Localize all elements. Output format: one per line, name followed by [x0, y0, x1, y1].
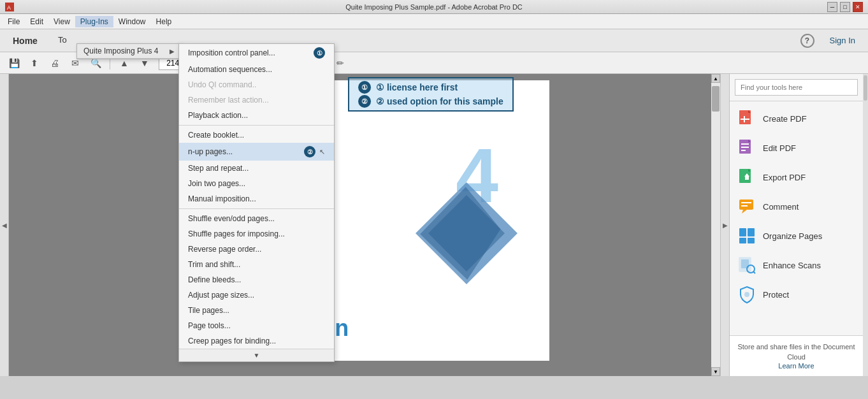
- menu-help[interactable]: Help: [151, 16, 177, 27]
- dropdown-shuffle-evenodd[interactable]: Shuffle even/odd pages...: [179, 211, 334, 226]
- automation-label: Automation sequences...: [188, 65, 272, 74]
- tool-export-pdf[interactable]: Export PDF: [730, 163, 863, 192]
- minimize-button[interactable]: ─: [827, 2, 837, 12]
- window-title: Quite Imposing Plus Sample.pdf - Adobe A…: [345, 3, 523, 11]
- right-panel-footer: Store and share files in the Document Cl…: [730, 335, 863, 376]
- undo-label: Undo QI command..: [188, 80, 256, 89]
- trim-shift-label: Trim and shift...: [188, 260, 240, 269]
- dropdown-scroll-down[interactable]: ▼: [179, 349, 334, 361]
- menu-edit[interactable]: Edit: [25, 16, 48, 27]
- dropdown-create-booklet[interactable]: Create booklet...: [179, 127, 334, 143]
- dropdown-define-bleeds[interactable]: Define bleeds...: [179, 272, 334, 287]
- create-pdf-icon: [737, 109, 756, 128]
- title-bar: A Quite Imposing Plus Sample.pdf - Adobe…: [0, 0, 868, 14]
- scroll-thumb[interactable]: [712, 86, 720, 112]
- menu-file[interactable]: File: [3, 16, 25, 27]
- tools-search-container: [730, 74, 863, 101]
- print-btn[interactable]: 🖨: [46, 55, 64, 71]
- close-button[interactable]: ✕: [853, 2, 863, 12]
- qi-menu-header[interactable]: Quite Imposing Plus 4 ▶: [77, 44, 181, 59]
- export-pdf-label: Export PDF: [763, 173, 806, 182]
- creep-pages-label: Creep pages for binding...: [188, 337, 276, 345]
- dropdown-trim-shift[interactable]: Trim and shift...: [179, 257, 334, 272]
- help-button[interactable]: ?: [800, 34, 814, 48]
- pdf-scrollbar: ▲ ▼: [711, 74, 720, 376]
- svg-rect-10: [741, 147, 749, 148]
- menu-plugins[interactable]: Plug-Ins: [75, 16, 113, 27]
- menu-view[interactable]: View: [48, 16, 75, 27]
- dropdown-nup-pages[interactable]: n-up pages... ② ↖: [179, 143, 334, 161]
- manual-imposition-label: Manual imposition...: [188, 194, 256, 203]
- nup-badge: ②: [304, 146, 315, 157]
- create-booklet-label: Create booklet...: [188, 131, 244, 140]
- svg-marker-18: [742, 210, 747, 214]
- tile-pages-label: Tile pages...: [188, 306, 229, 315]
- main-dropdown[interactable]: Imposition control panel... ① Automation…: [178, 43, 335, 362]
- svg-rect-22: [748, 228, 755, 236]
- quite-imposing-menu[interactable]: Quite Imposing Plus 4 ▶: [76, 43, 182, 59]
- dropdown-step-repeat[interactable]: Step and repeat...: [179, 161, 334, 176]
- adjust-sizes-label: Adjust page sizes...: [188, 291, 254, 300]
- svg-rect-9: [741, 143, 749, 145]
- right-scrollbar-thumb[interactable]: [864, 75, 867, 101]
- svg-point-29: [744, 292, 749, 297]
- maximize-button[interactable]: □: [840, 2, 850, 12]
- edit-pdf-label: Edit PDF: [763, 143, 796, 153]
- tool-protect[interactable]: Protect: [730, 280, 863, 309]
- scroll-track[interactable]: [711, 83, 720, 367]
- pdf-viewer: ① ① license here first ② ② used option f…: [9, 74, 720, 376]
- right-panel: Create PDF Edit PDF: [729, 74, 863, 376]
- right-scrollbar[interactable]: [863, 74, 868, 376]
- qi-menu-arrow: ▶: [170, 48, 175, 55]
- scroll-up-btn[interactable]: ▲: [711, 74, 720, 83]
- shuffle-evenodd-label: Shuffle even/odd pages...: [188, 214, 275, 223]
- nav-home[interactable]: Home: [5, 33, 45, 48]
- dropdown-reverse-order[interactable]: Reverse page order...: [179, 242, 334, 257]
- dropdown-remember: Remember last action...: [179, 92, 334, 108]
- organize-pages-label: Organize Pages: [763, 231, 822, 241]
- tools-search-input[interactable]: [735, 79, 858, 96]
- right-panel-toggle[interactable]: ▶: [720, 74, 729, 376]
- dropdown-adjust-sizes[interactable]: Adjust page sizes...: [179, 287, 334, 303]
- protect-label: Protect: [763, 290, 789, 300]
- dropdown-automation[interactable]: Automation sequences...: [179, 62, 334, 77]
- nav-tools[interactable]: To: [50, 33, 75, 48]
- tool-edit-pdf[interactable]: Edit PDF: [730, 133, 863, 163]
- cursor-arrow: ↖: [319, 148, 325, 156]
- dropdown-shuffle-imposing[interactable]: Shuffle pages for imposing...: [179, 226, 334, 242]
- qi-menu-label: Quite Imposing Plus 4: [83, 47, 158, 55]
- tool-comment[interactable]: Comment: [730, 192, 863, 221]
- imposition-badge: ①: [314, 47, 325, 59]
- upload-btn[interactable]: ⬆: [25, 55, 43, 71]
- dropdown-manual-imposition[interactable]: Manual imposition...: [179, 191, 334, 207]
- callout-badge-2: ②: [358, 95, 371, 108]
- left-panel-toggle[interactable]: ◀: [0, 74, 9, 376]
- tool-organize-pages[interactable]: Organize Pages: [730, 221, 863, 250]
- menu-window[interactable]: Window: [113, 16, 151, 27]
- playback-label: Playback action...: [188, 111, 248, 120]
- dropdown-playback[interactable]: Playback action...: [179, 108, 334, 123]
- dropdown-tile-pages[interactable]: Tile pages...: [179, 303, 334, 318]
- export-pdf-icon: [737, 168, 756, 187]
- menu-bar: File Edit View Plug-Ins Window Help: [0, 14, 868, 29]
- dropdown-imposition-control[interactable]: Imposition control panel... ①: [179, 44, 334, 62]
- join-pages-label: Join two pages...: [188, 179, 245, 188]
- dropdown-page-tools[interactable]: Page tools...: [179, 318, 334, 333]
- svg-rect-24: [748, 238, 755, 243]
- tool-enhance-scans[interactable]: Enhance Scans: [730, 250, 863, 280]
- sign-in-button[interactable]: Sign In: [822, 33, 863, 48]
- shuffle-imposing-label: Shuffle pages for imposing...: [188, 229, 285, 238]
- svg-marker-3: [412, 178, 509, 284]
- dropdown-creep-pages[interactable]: Creep pages for binding...: [179, 333, 334, 349]
- save-btn[interactable]: 💾: [5, 55, 23, 71]
- callout-text-1: ① license here first: [376, 82, 458, 92]
- tool-create-pdf[interactable]: Create PDF: [730, 104, 863, 133]
- svg-rect-6: [744, 116, 745, 122]
- scroll-down-btn[interactable]: ▼: [711, 367, 720, 376]
- learn-more-link[interactable]: Learn More: [737, 362, 855, 370]
- dropdown-join-pages[interactable]: Join two pages...: [179, 176, 334, 191]
- footer-text: Store and share files in the Document Cl…: [737, 342, 855, 362]
- svg-line-28: [753, 272, 755, 273]
- protect-icon: [737, 285, 756, 304]
- imposition-control-label: Imposition control panel...: [188, 48, 275, 57]
